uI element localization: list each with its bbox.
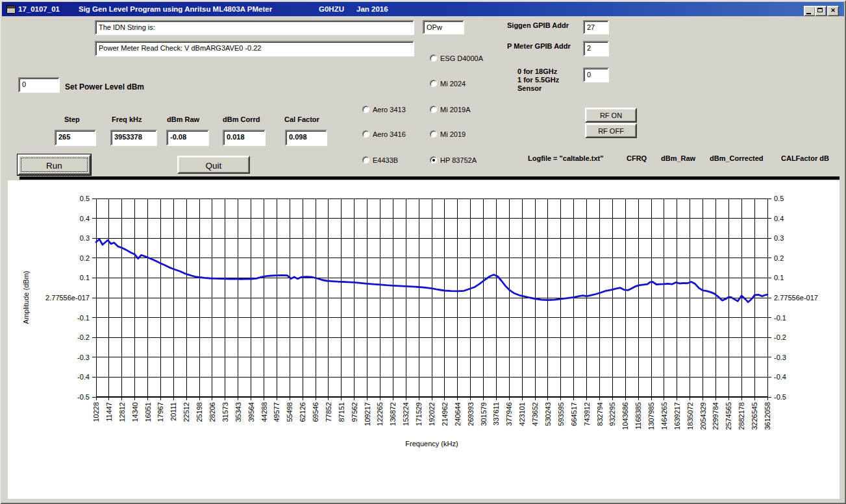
dbm-raw-header: dBm Raw bbox=[167, 115, 199, 123]
title-callsign: G0HZU bbox=[319, 5, 344, 13]
svg-text:-0.2: -0.2 bbox=[77, 333, 90, 341]
svg-text:2574565: 2574565 bbox=[725, 402, 732, 430]
command-field[interactable]: OPw bbox=[423, 20, 464, 34]
svg-text:109217: 109217 bbox=[364, 402, 371, 426]
radio-circle-icon bbox=[430, 54, 437, 62]
dbm-corrd-header: dBm Corrd bbox=[223, 115, 260, 123]
svg-text:0.2: 0.2 bbox=[80, 254, 90, 262]
svg-text:0.3: 0.3 bbox=[774, 234, 784, 242]
svg-text:14340: 14340 bbox=[131, 402, 139, 422]
svg-text:11447: 11447 bbox=[105, 402, 113, 422]
chart-panel: 0.50.50.40.40.30.30.20.20.10.12.77556e-0… bbox=[8, 180, 840, 499]
page-title: Sig Gen Level Program using Anritsu ML48… bbox=[79, 5, 272, 13]
rf-off-button[interactable]: RF OFF bbox=[585, 123, 637, 138]
svg-text:55498: 55498 bbox=[286, 402, 293, 422]
svg-text:423101: 423101 bbox=[518, 402, 526, 426]
svg-text:-0.4: -0.4 bbox=[774, 373, 786, 381]
svg-text:301579: 301579 bbox=[480, 402, 488, 426]
siggen-gpib-label: Siggen GPIB Addr bbox=[507, 21, 569, 29]
svg-text:593595: 593595 bbox=[557, 402, 565, 426]
dbm-corrected-col-label: dBm_Corrected bbox=[710, 154, 764, 162]
minimize-button[interactable] bbox=[804, 6, 815, 16]
svg-text:-0.5: -0.5 bbox=[77, 393, 90, 401]
step-header: Step bbox=[64, 115, 80, 123]
svg-text:0.4: 0.4 bbox=[80, 215, 90, 222]
dbm-raw-field[interactable]: -0.08 bbox=[166, 130, 209, 146]
freq-field[interactable]: 3953378 bbox=[110, 130, 157, 146]
svg-text:69546: 69546 bbox=[312, 402, 319, 422]
svg-text:97562: 97562 bbox=[351, 402, 358, 422]
svg-text:1168385: 1168385 bbox=[634, 402, 642, 429]
svg-text:17967: 17967 bbox=[156, 402, 164, 422]
maximize-icon bbox=[817, 8, 823, 12]
svg-text:1043686: 1043686 bbox=[621, 402, 629, 430]
svg-text:77852: 77852 bbox=[325, 402, 332, 422]
idn-string-field[interactable]: The IDN String is: bbox=[95, 20, 414, 35]
siggen-gpib-field[interactable]: 27 bbox=[583, 20, 609, 34]
svg-text:25198: 25198 bbox=[195, 402, 203, 422]
dbm-raw-col-label: dBm_Raw bbox=[661, 154, 695, 162]
svg-text:832794: 832794 bbox=[596, 402, 604, 426]
svg-text:269393: 269393 bbox=[467, 402, 475, 426]
svg-text:3226545: 3226545 bbox=[751, 402, 758, 430]
svg-text:-0.2: -0.2 bbox=[774, 333, 786, 341]
app-window: 17_0107_01 Sig Gen Level Program using A… bbox=[0, 0, 846, 504]
set-power-level-field[interactable]: 0 bbox=[18, 77, 60, 93]
svg-text:39564: 39564 bbox=[247, 402, 255, 422]
cal-factor-header: Cal Factor bbox=[284, 115, 319, 123]
radio-circle-icon bbox=[362, 130, 369, 138]
radio-circle-icon bbox=[430, 130, 437, 138]
pmeter-gpib-field[interactable]: 2 bbox=[583, 41, 609, 56]
svg-text:337611: 337611 bbox=[492, 402, 500, 426]
quit-button[interactable]: Quit bbox=[177, 156, 250, 174]
svg-text:0.1: 0.1 bbox=[774, 274, 784, 282]
radio-circle-icon bbox=[430, 106, 437, 113]
svg-text:-0.1: -0.1 bbox=[774, 314, 786, 322]
svg-text:35343: 35343 bbox=[234, 402, 242, 422]
maximize-button[interactable] bbox=[815, 6, 827, 16]
svg-text:0.4: 0.4 bbox=[774, 215, 784, 222]
close-icon: ✕ bbox=[830, 7, 836, 14]
svg-text:473652: 473652 bbox=[531, 402, 539, 426]
svg-text:22512: 22512 bbox=[182, 402, 190, 422]
calfactor-col-label: CALFactor dB bbox=[781, 154, 829, 162]
svg-text:-0.1: -0.1 bbox=[77, 314, 90, 322]
svg-text:-0.5: -0.5 bbox=[774, 393, 786, 401]
power-meter-read-field[interactable]: Power Meter Read Check: V dBmARG3AVE0 -0… bbox=[95, 41, 414, 56]
svg-text:171529: 171529 bbox=[415, 402, 423, 426]
dbm-corrd-field[interactable]: 0.018 bbox=[223, 130, 266, 146]
svg-text:192022: 192022 bbox=[428, 402, 436, 426]
svg-text:530243: 530243 bbox=[544, 402, 552, 426]
svg-text:214962: 214962 bbox=[441, 402, 449, 426]
run-button[interactable]: Run bbox=[18, 154, 91, 175]
cal-factor-field[interactable]: 0.098 bbox=[285, 130, 327, 146]
sensor-select-field[interactable]: 0 bbox=[583, 67, 609, 82]
svg-text:20111: 20111 bbox=[169, 402, 177, 421]
svg-text:664517: 664517 bbox=[570, 402, 578, 426]
svg-text:1464265: 1464265 bbox=[660, 402, 668, 430]
svg-text:240644: 240644 bbox=[454, 402, 462, 426]
svg-text:-0.3: -0.3 bbox=[77, 354, 90, 361]
cfrq-label: CFRQ bbox=[627, 154, 647, 162]
svg-text:Frequency (kHz): Frequency (kHz) bbox=[405, 440, 458, 448]
svg-text:44288: 44288 bbox=[260, 402, 268, 422]
svg-text:0.1: 0.1 bbox=[80, 274, 90, 282]
radio-circle-icon bbox=[362, 156, 369, 163]
rf-on-button[interactable]: RF ON bbox=[585, 108, 637, 123]
svg-text:31573: 31573 bbox=[221, 402, 229, 422]
svg-text:Amplitude (dBm): Amplitude (dBm) bbox=[22, 271, 30, 324]
close-button[interactable]: ✕ bbox=[827, 6, 839, 16]
svg-text:122265: 122265 bbox=[376, 402, 384, 426]
radio-circle-icon bbox=[430, 156, 437, 163]
step-field[interactable]: 265 bbox=[55, 130, 96, 146]
svg-text:0.5: 0.5 bbox=[80, 195, 90, 202]
svg-text:2882178: 2882178 bbox=[738, 402, 745, 430]
svg-text:3612058: 3612058 bbox=[764, 402, 771, 430]
minimize-icon bbox=[806, 13, 811, 14]
svg-text:377946: 377946 bbox=[505, 402, 513, 426]
svg-text:87151: 87151 bbox=[338, 402, 345, 422]
sensor-select-label: 0 for 18GHz 1 for 5.5GHz Sensor bbox=[517, 67, 559, 93]
svg-text:2299784: 2299784 bbox=[712, 402, 719, 430]
svg-text:12812: 12812 bbox=[118, 402, 126, 422]
svg-text:62126: 62126 bbox=[299, 402, 306, 422]
